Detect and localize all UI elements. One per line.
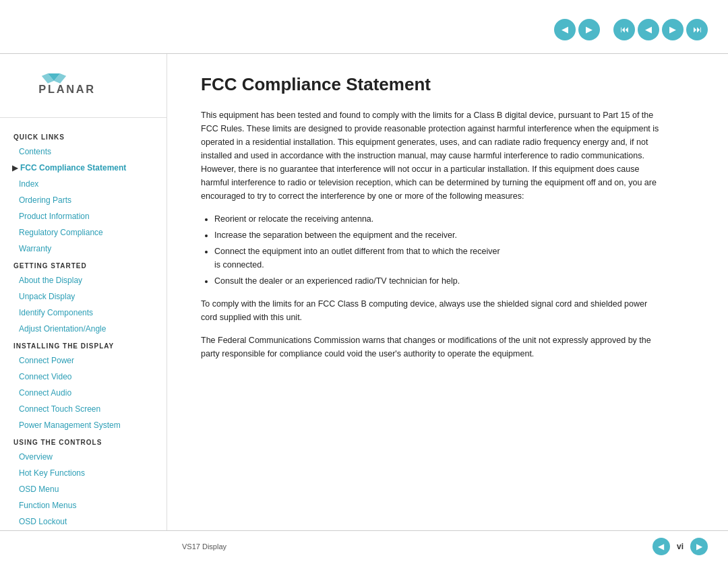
planar-logo: PLANAR [13, 67, 94, 101]
section-getting-started: Getting Started About the Display Unpack… [0, 257, 166, 337]
sidebar: PLANAR Quick Links Contents ▶FCC Complia… [0, 54, 167, 530]
nav-group-secondary: ⏮ ◀ ▶ ⏭ [613, 19, 708, 40]
arrow-icon: ▶ [12, 162, 18, 174]
sidebar-item-adjust[interactable]: Adjust Orientation/Angle [0, 321, 166, 337]
prev2-icon: ◀ [645, 24, 652, 34]
top-bar: ◀ ▶ ⏮ ◀ ▶ ⏭ [0, 0, 728, 54]
sidebar-item-connect-power[interactable]: Connect Power [0, 352, 166, 369]
next-button[interactable]: ▶ [578, 19, 600, 40]
bottom-next-button[interactable]: ▶ [690, 538, 708, 555]
sidebar-item-osd-lockout[interactable]: OSD Lockout [0, 513, 166, 530]
sidebar-item-about-display[interactable]: About the Display [0, 272, 166, 288]
logo-area: PLANAR [0, 67, 166, 118]
content-paragraph-3: The Federal Communications Commission wa… [201, 334, 659, 361]
svg-text:PLANAR: PLANAR [38, 83, 94, 95]
bullet-item-3: Connect the equipment into an outlet dif… [214, 245, 659, 272]
section-controls: Using the Controls Overview Hot Key Func… [0, 433, 166, 530]
last-button[interactable]: ⏭ [686, 19, 708, 40]
sidebar-item-product-info[interactable]: Product Information [0, 208, 166, 224]
sidebar-item-connect-audio[interactable]: Connect Audio [0, 385, 166, 401]
sidebar-item-hot-key[interactable]: Hot Key Functions [0, 465, 166, 481]
sidebar-item-fcc[interactable]: ▶FCC Compliance Statement [0, 160, 166, 176]
sidebar-item-identify[interactable]: Identify Components [0, 305, 166, 321]
bullet-item-1: Reorient or relocate the receiving anten… [214, 212, 659, 226]
sidebar-item-overview[interactable]: Overview [0, 449, 166, 465]
section-quick-links: Quick Links Contents ▶FCC Compliance Sta… [0, 128, 166, 257]
quick-links-label: Quick Links [0, 128, 166, 144]
sidebar-item-unpack[interactable]: Unpack Display [0, 288, 166, 305]
first-icon: ⏮ [620, 24, 629, 34]
sidebar-item-index[interactable]: Index [0, 176, 166, 192]
section-installing: Installing the Display Connect Power Con… [0, 337, 166, 433]
nav-group-primary: ◀ ▶ [554, 19, 600, 40]
bottom-nav: ◀ vi ▶ [653, 538, 708, 555]
prev2-button[interactable]: ◀ [638, 19, 659, 40]
bottom-prev-button[interactable]: ◀ [653, 538, 670, 555]
bottom-next-icon: ▶ [696, 542, 702, 551]
bottom-bar: VS17 Display ◀ vi ▶ [0, 530, 728, 562]
main-layout: PLANAR Quick Links Contents ▶FCC Complia… [0, 54, 728, 530]
sidebar-item-connect-touch[interactable]: Connect Touch Screen [0, 401, 166, 417]
sidebar-item-ordering[interactable]: Ordering Parts [0, 192, 166, 208]
prev-button[interactable]: ◀ [554, 19, 576, 40]
last-icon: ⏭ [693, 24, 702, 34]
product-label: VS17 Display [182, 542, 226, 551]
next-icon: ▶ [586, 24, 593, 34]
nav-controls: ◀ ▶ ⏮ ◀ ▶ ⏭ [554, 19, 708, 40]
prev-icon: ◀ [562, 24, 568, 34]
getting-started-label: Getting Started [0, 257, 166, 272]
bullet-item-2: Increase the separation between the equi… [214, 228, 659, 242]
sidebar-item-regulatory[interactable]: Regulatory Compliance [0, 224, 166, 241]
next2-icon: ▶ [669, 24, 676, 34]
installing-label: Installing the Display [0, 337, 166, 352]
bottom-prev-icon: ◀ [658, 542, 664, 551]
sidebar-item-osd-menu[interactable]: OSD Menu [0, 481, 166, 497]
bullet-list: Reorient or relocate the receiving anten… [214, 212, 659, 288]
page-number: vi [677, 542, 684, 551]
bullet-item-4: Consult the dealer or an experienced rad… [214, 274, 659, 288]
sidebar-item-function-menus[interactable]: Function Menus [0, 497, 166, 513]
controls-label: Using the Controls [0, 433, 166, 449]
content-paragraph-2: To comply with the limits for an FCC Cla… [201, 297, 659, 324]
first-button[interactable]: ⏮ [613, 19, 635, 40]
sidebar-item-power-mgmt[interactable]: Power Management System [0, 417, 166, 433]
sidebar-item-contents[interactable]: Contents [0, 144, 166, 160]
content-area: FCC Compliance Statement This equipment … [167, 54, 728, 530]
next2-button[interactable]: ▶ [662, 19, 684, 40]
sidebar-item-warranty[interactable]: Warranty [0, 241, 166, 257]
page-title: FCC Compliance Statement [201, 74, 694, 95]
content-paragraph-1: This equipment has been tested and found… [201, 108, 659, 203]
sidebar-item-connect-video[interactable]: Connect Video [0, 369, 166, 385]
